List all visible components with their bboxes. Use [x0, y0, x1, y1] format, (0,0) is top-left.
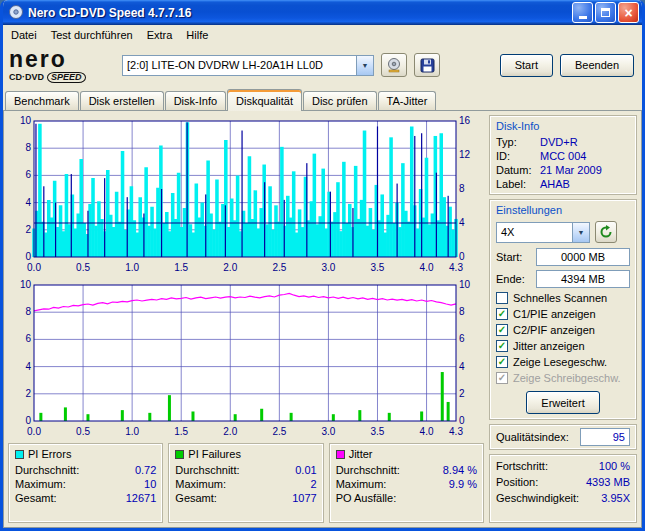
- svg-text:6: 6: [25, 169, 31, 180]
- device-select-value: [2:0] LITE-ON DVDRW LH-20A1H LL0D: [123, 59, 356, 71]
- maximize-button[interactable]: [595, 2, 616, 23]
- tab-benchmark[interactable]: Benchmark: [5, 91, 79, 110]
- svg-text:10: 10: [459, 279, 471, 290]
- menu-item-test-durchfuehren[interactable]: Test durchführen: [44, 27, 140, 43]
- tab-disc-pruefen[interactable]: Disc prüfen: [303, 91, 377, 110]
- svg-text:0: 0: [25, 251, 31, 262]
- stat-label: Maximum:: [175, 478, 226, 490]
- tab-disk-erstellen[interactable]: Disk erstellen: [80, 91, 164, 110]
- fortschritt-value: 100 %: [599, 460, 630, 472]
- nero-logo: nero CD·DVD SPEED: [9, 48, 115, 83]
- window-title: Nero CD-DVD Speed 4.7.7.16: [28, 6, 568, 20]
- checkbox-c1-pie-anzeigen[interactable]: ✓ C1/PIE anzeigen: [496, 306, 630, 322]
- svg-text:1.5: 1.5: [174, 262, 188, 273]
- position-row: Position:4393 MB: [496, 474, 630, 490]
- svg-text:4.3: 4.3: [449, 262, 463, 273]
- chevron-down-icon[interactable]: ▼: [356, 56, 373, 75]
- svg-text:3.0: 3.0: [321, 426, 335, 437]
- quality-index-value: 95: [580, 428, 630, 446]
- svg-text:8: 8: [25, 306, 31, 317]
- chevron-down-icon[interactable]: ▼: [572, 223, 589, 242]
- svg-text:4: 4: [25, 361, 31, 372]
- nero-logo-speed: SPEED: [47, 72, 86, 83]
- disk-info-label: Typ:: [496, 136, 540, 148]
- title-bar[interactable]: Nero CD-DVD Speed 4.7.7.16 ×: [3, 0, 642, 25]
- save-button[interactable]: [414, 53, 440, 77]
- tab-ta-jitter[interactable]: TA-Jitter: [378, 91, 437, 110]
- checkbox-icon: ✓: [496, 340, 508, 352]
- tab-strip: Benchmark Disk erstellen Disk-Info Diskq…: [3, 88, 642, 110]
- disk-info-label: ID:: [496, 150, 540, 162]
- refresh-disc-button[interactable]: [595, 221, 617, 243]
- settings-panel: Einstellungen 4X ▼ Start:0000 MB Ende:43…: [489, 199, 637, 420]
- svg-text:0: 0: [25, 415, 31, 426]
- app-window: Nero CD-DVD Speed 4.7.7.16 × Datei Test …: [0, 0, 645, 531]
- svg-text:4.0: 4.0: [420, 426, 434, 437]
- svg-text:2.0: 2.0: [223, 262, 237, 273]
- stat-label: Gesamt:: [175, 492, 217, 504]
- svg-text:4: 4: [459, 361, 465, 372]
- app-icon: [8, 4, 24, 22]
- refresh-icon: [599, 225, 613, 239]
- menu-item-datei[interactable]: Datei: [4, 27, 44, 43]
- stat-value: 2: [311, 478, 317, 490]
- tab-disk-info[interactable]: Disk-Info: [165, 91, 226, 110]
- jitter-swatch: [336, 450, 345, 459]
- eject-disc-button[interactable]: [381, 53, 407, 77]
- svg-text:4: 4: [25, 197, 31, 208]
- checkbox-icon: ✓: [496, 372, 508, 384]
- speed-select[interactable]: 4X ▼: [496, 222, 590, 243]
- checkbox-icon: ✓: [496, 308, 508, 320]
- disk-label-value: AHAB: [540, 178, 570, 190]
- svg-text:3.5: 3.5: [371, 426, 385, 437]
- save-icon: [420, 58, 435, 73]
- svg-text:0.5: 0.5: [76, 426, 90, 437]
- pi-errors-chart: 024681004812160.00.51.01.52.02.53.03.54.…: [8, 115, 484, 275]
- menu-item-extra[interactable]: Extra: [140, 27, 180, 43]
- svg-text:3.0: 3.0: [321, 262, 335, 273]
- minimize-icon: [579, 16, 587, 19]
- checkbox-schnelles-scannen[interactable]: ✓ Schnelles Scannen: [496, 290, 630, 306]
- svg-text:2.5: 2.5: [272, 426, 286, 437]
- checkbox-zeige-lesegeschw[interactable]: ✓ Zeige Lesegeschw.: [496, 354, 630, 370]
- end-mb-field[interactable]: 4394 MB: [536, 270, 630, 288]
- close-button[interactable]: ×: [618, 2, 639, 23]
- svg-text:1.0: 1.0: [125, 426, 139, 437]
- stat-value: 0.01: [295, 464, 316, 476]
- svg-text:4.3: 4.3: [449, 426, 463, 437]
- eject-disc-icon: [386, 57, 402, 73]
- svg-text:2: 2: [25, 224, 31, 235]
- stat-value: 12671: [126, 492, 157, 504]
- jitter-panel: Jitter Durchschnitt:8.94 % Maximum:9.9 %…: [329, 443, 484, 523]
- disk-id-value: MCC 004: [540, 150, 586, 162]
- speed-select-value: 4X: [497, 226, 572, 238]
- svg-text:0: 0: [459, 415, 465, 426]
- quit-button[interactable]: Beenden: [560, 54, 634, 77]
- erweitert-button[interactable]: Erweitert: [526, 391, 599, 414]
- svg-text:2.0: 2.0: [223, 426, 237, 437]
- pi-failures-title: PI Failures: [188, 448, 241, 460]
- stat-label: PO Ausfälle:: [336, 492, 397, 504]
- stat-value: 10: [144, 478, 156, 490]
- svg-text:0: 0: [459, 251, 465, 262]
- svg-text:4.0: 4.0: [420, 262, 434, 273]
- stat-value: 0.72: [135, 464, 156, 476]
- tab-diskqualitaet[interactable]: Diskqualität: [227, 89, 302, 111]
- svg-text:1.0: 1.0: [125, 262, 139, 273]
- svg-text:3.5: 3.5: [371, 262, 385, 273]
- statistics-row: PI Errors Durchschnitt:0.72 Maximum:10 G…: [8, 443, 484, 523]
- menu-item-hilfe[interactable]: Hilfe: [179, 27, 215, 43]
- svg-text:2: 2: [459, 388, 465, 399]
- minimize-button[interactable]: [572, 2, 593, 23]
- position-value: 4393 MB: [586, 476, 630, 488]
- checkbox-c2-pif-anzeigen[interactable]: ✓ C2/PIF anzeigen: [496, 322, 630, 338]
- disk-date-value: 21 Mar 2009: [540, 164, 602, 176]
- stat-label: Maximum:: [336, 478, 387, 490]
- svg-text:6: 6: [25, 333, 31, 344]
- checkbox-jitter-anzeigen[interactable]: ✓ Jitter anzeigen: [496, 338, 630, 354]
- start-mb-field[interactable]: 0000 MB: [536, 248, 630, 266]
- device-select[interactable]: [2:0] LITE-ON DVDRW LH-20A1H LL0D ▼: [122, 55, 374, 76]
- svg-text:0.0: 0.0: [27, 262, 41, 273]
- pi-errors-plot: 024681004812160.00.51.01.52.02.53.03.54.…: [8, 115, 484, 275]
- start-button[interactable]: Start: [500, 54, 553, 77]
